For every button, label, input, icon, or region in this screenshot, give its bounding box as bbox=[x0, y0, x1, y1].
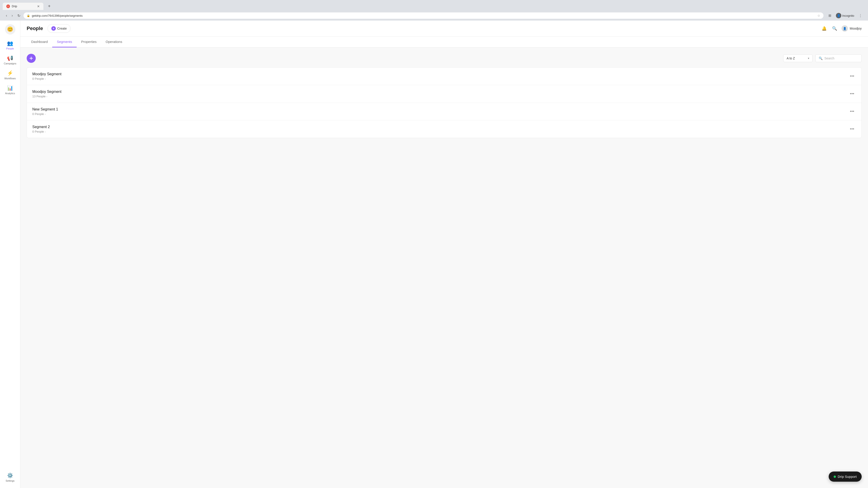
chevron-right-icon: › bbox=[45, 113, 46, 116]
forward-button[interactable]: › bbox=[10, 13, 14, 19]
table-row[interactable]: New Segment 1 0 People › ••• bbox=[27, 103, 862, 121]
segment-name: Moodjoy Segment bbox=[32, 72, 61, 76]
incognito-avatar: 👤 bbox=[836, 13, 841, 18]
sidebar-item-label-people: People bbox=[6, 47, 14, 50]
sidebar: 😊 👥 People 📢 Campaigns ⚡ Workflows 📊 Ana… bbox=[0, 21, 20, 488]
drip-support-label: Drip Support bbox=[838, 475, 857, 479]
chevron-right-icon: › bbox=[45, 77, 46, 80]
table-row[interactable]: Moodjoy Segment 13 People › ••• bbox=[27, 85, 862, 103]
notifications-button[interactable]: 🔔 bbox=[821, 25, 828, 32]
toolbar-right: A to Z ▾ 🔍 bbox=[783, 55, 862, 62]
back-button[interactable]: ‹ bbox=[4, 13, 8, 19]
segment-info: Segment 2 0 People › bbox=[32, 125, 50, 133]
segment-menu-button[interactable]: ••• bbox=[848, 73, 856, 79]
segment-name: Segment 2 bbox=[32, 125, 50, 129]
tab-operations[interactable]: Operations bbox=[101, 37, 127, 47]
online-status-dot bbox=[834, 476, 836, 478]
table-row[interactable]: Moodjoy Segment 0 People › ••• bbox=[27, 68, 862, 85]
create-label: Create bbox=[57, 27, 67, 30]
segment-count: 0 People › bbox=[32, 77, 61, 80]
search-input-wrap: 🔍 bbox=[815, 55, 862, 62]
user-name: Moodjoy bbox=[850, 27, 862, 30]
drip-support-button[interactable]: Drip Support bbox=[829, 471, 862, 482]
tab-close-button[interactable]: ✕ bbox=[37, 4, 40, 8]
sort-dropdown[interactable]: A to Z ▾ bbox=[783, 55, 813, 62]
reload-button[interactable]: ↻ bbox=[16, 13, 22, 19]
more-options-button[interactable]: ⋮ bbox=[857, 13, 864, 19]
segment-info: New Segment 1 0 People › bbox=[32, 107, 58, 116]
browser-actions: ⊞ 👤 Incognito ⋮ bbox=[827, 12, 864, 19]
page-header: People Create 🔔 🔍 👤 Moodjoy bbox=[20, 21, 868, 37]
segment-info: Moodjoy Segment 0 People › bbox=[32, 72, 61, 80]
header-user[interactable]: 👤 Moodjoy bbox=[842, 25, 862, 32]
segment-count: 0 People › bbox=[32, 112, 58, 116]
sidebar-item-label-analytics: Analytics bbox=[5, 92, 15, 95]
search-icon: 🔍 bbox=[819, 57, 823, 60]
sidebar-item-label-workflows: Workflows bbox=[4, 77, 16, 80]
address-bar[interactable]: 🔒 getdrip.com/7641396/people/segments ☆ bbox=[24, 12, 824, 19]
create-button[interactable]: Create bbox=[48, 24, 70, 33]
chevron-right-icon: › bbox=[46, 95, 48, 98]
segments-list: Moodjoy Segment 0 People › ••• Moodjoy S… bbox=[27, 67, 862, 138]
segment-menu-button[interactable]: ••• bbox=[848, 126, 856, 132]
browser-addressbar: ‹ › ↻ 🔒 getdrip.com/7641396/people/segme… bbox=[3, 11, 865, 21]
page-header-right: 🔔 🔍 👤 Moodjoy bbox=[821, 25, 862, 32]
sidebar-bottom: ⚙️ Settings bbox=[1, 470, 19, 484]
settings-icon: ⚙️ bbox=[7, 473, 13, 479]
chevron-right-icon: › bbox=[45, 130, 46, 133]
create-icon bbox=[51, 26, 56, 31]
segment-name: Moodjoy Segment bbox=[32, 90, 61, 94]
bookmark-icon[interactable]: ☆ bbox=[817, 14, 820, 18]
sidebar-item-label-settings: Settings bbox=[6, 480, 15, 482]
content-area: A to Z ▾ 🔍 Moodjoy Segment 0 People bbox=[20, 47, 868, 488]
page-header-left: People Create bbox=[27, 24, 70, 33]
logo-icon: 😊 bbox=[7, 26, 13, 32]
segments-toolbar: A to Z ▾ 🔍 bbox=[27, 54, 862, 63]
nav-tabs: Dashboard Segments Properties Operations bbox=[20, 37, 868, 47]
segment-name: New Segment 1 bbox=[32, 107, 58, 111]
sidebar-item-analytics[interactable]: 📊 Analytics bbox=[1, 83, 19, 97]
segment-count: 13 People › bbox=[32, 95, 61, 98]
sidebar-logo[interactable]: 😊 bbox=[5, 24, 16, 35]
analytics-icon: 📊 bbox=[7, 85, 13, 91]
workflows-icon: ⚡ bbox=[7, 70, 13, 76]
sidebar-item-label-campaigns: Campaigns bbox=[4, 62, 17, 65]
tab-segments[interactable]: Segments bbox=[52, 37, 76, 47]
browser-tabs: D Drip ✕ + bbox=[3, 2, 865, 11]
segment-menu-button[interactable]: ••• bbox=[848, 108, 856, 115]
search-button[interactable]: 🔍 bbox=[831, 25, 838, 32]
new-tab-button[interactable]: + bbox=[44, 2, 54, 11]
sidebar-item-settings[interactable]: ⚙️ Settings bbox=[1, 470, 19, 484]
lock-icon: 🔒 bbox=[27, 14, 30, 17]
tab-favicon: D bbox=[6, 4, 10, 8]
sidebar-item-workflows[interactable]: ⚡ Workflows bbox=[1, 68, 19, 82]
tab-dashboard[interactable]: Dashboard bbox=[27, 37, 52, 47]
tab-properties[interactable]: Properties bbox=[76, 37, 101, 47]
main-content: People Create 🔔 🔍 👤 Moodjoy bbox=[20, 21, 868, 488]
sidebar-item-people[interactable]: 👥 People bbox=[1, 38, 19, 52]
table-row[interactable]: Segment 2 0 People › ••• bbox=[27, 121, 862, 138]
browser-chrome: D Drip ✕ + ‹ › ↻ 🔒 getdrip.com/7641396/p… bbox=[0, 0, 868, 21]
user-avatar: 👤 bbox=[842, 25, 848, 32]
search-input[interactable] bbox=[825, 57, 858, 60]
page-title: People bbox=[27, 26, 43, 31]
app-layout: 😊 👥 People 📢 Campaigns ⚡ Workflows 📊 Ana… bbox=[0, 21, 868, 488]
browser-tab-drip[interactable]: D Drip ✕ bbox=[3, 3, 43, 10]
sort-label: A to Z bbox=[786, 57, 795, 60]
sidebar-item-campaigns[interactable]: 📢 Campaigns bbox=[1, 53, 19, 67]
incognito-label: Incognito bbox=[842, 14, 854, 18]
campaigns-icon: 📢 bbox=[7, 55, 13, 61]
people-icon: 👥 bbox=[7, 40, 13, 46]
tab-title: Drip bbox=[12, 4, 17, 8]
incognito-button[interactable]: 👤 Incognito bbox=[834, 12, 856, 19]
segment-count: 0 People › bbox=[32, 130, 50, 133]
add-segment-button[interactable] bbox=[27, 54, 36, 63]
address-url: getdrip.com/7641396/people/segments bbox=[32, 14, 816, 18]
extensions-button[interactable]: ⊞ bbox=[827, 13, 833, 19]
chevron-down-icon: ▾ bbox=[808, 57, 809, 60]
segment-info: Moodjoy Segment 13 People › bbox=[32, 90, 61, 98]
segment-menu-button[interactable]: ••• bbox=[848, 91, 856, 97]
